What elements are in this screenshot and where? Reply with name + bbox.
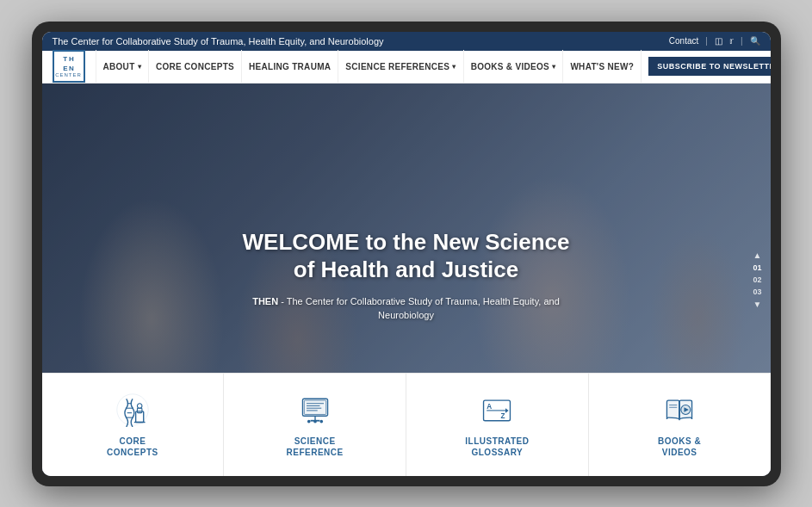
twitter-icon[interactable]: 𝕣: [729, 36, 734, 46]
science-reference-label: SCIENCE REFERENCE: [287, 436, 344, 458]
nav-bar: T H E N CENTER ABOUT ▾ CORE CONCEPTS HEA…: [42, 51, 771, 83]
scroll-down-arrow[interactable]: ▼: [753, 300, 762, 309]
science-arrow: ▾: [452, 63, 456, 71]
svg-marker-22: [505, 408, 509, 412]
logo-grid: T H E N: [63, 55, 74, 72]
svg-point-17: [307, 420, 311, 424]
nav-books-videos[interactable]: BOOKS & VIDEOS ▾: [464, 50, 564, 83]
core-concepts-icon: [114, 391, 152, 429]
nav-about[interactable]: ABOUT ▾: [96, 50, 149, 83]
logo[interactable]: T H E N CENTER: [53, 50, 85, 83]
bottom-cards: CORE CONCEPTS: [42, 373, 771, 476]
about-arrow: ▾: [138, 63, 141, 71]
svg-point-7: [137, 404, 141, 408]
site-tagline: The Center for Collaborative Study of Tr…: [53, 36, 384, 46]
contact-link[interactable]: Contact: [669, 36, 698, 46]
card-illustrated-glossary[interactable]: A Z ILLUSTRATED GLOSSARY: [406, 373, 589, 476]
top-bar-actions: Contact | ◫ 𝕣 | 🔍: [669, 36, 760, 46]
nav-core-concepts[interactable]: CORE CONCEPTS: [149, 50, 242, 83]
books-arrow: ▾: [552, 63, 555, 71]
scroll-indicator-2[interactable]: 02: [753, 275, 761, 284]
illustrated-glossary-icon: A Z: [478, 391, 516, 429]
logo-e: E: [63, 65, 68, 73]
hero-subtitle-text: - The Center for Collaborative Study of …: [278, 295, 560, 320]
device-frame: The Center for Collaborative Study of Tr…: [32, 22, 781, 486]
nav-science-references[interactable]: SCIENCE REFERENCES ▾: [338, 50, 463, 83]
scroll-up-arrow[interactable]: ▲: [753, 250, 762, 260]
divider2: |: [741, 36, 743, 46]
search-icon[interactable]: 🔍: [750, 36, 760, 46]
svg-rect-10: [304, 400, 325, 414]
svg-text:A: A: [487, 403, 493, 411]
instagram-icon[interactable]: ◫: [715, 36, 722, 46]
books-videos-icon: [660, 391, 698, 429]
nav-whats-new[interactable]: WHAT'S NEW?: [563, 50, 642, 83]
hero-subtitle: THEN - The Center for Collaborative Stud…: [243, 294, 570, 322]
illustrated-glossary-label: ILLUSTRATED GLOSSARY: [465, 436, 529, 458]
browser-window: The Center for Collaborative Study of Tr…: [42, 32, 771, 476]
subscribe-button[interactable]: SUBSCRIBE TO NEWSLETTER: [648, 57, 770, 76]
hero-section: WELCOME to the New Science of Health and…: [42, 83, 771, 476]
svg-text:Z: Z: [501, 412, 505, 420]
nav-healing-trauma[interactable]: HEALING TRAUMA: [242, 50, 338, 83]
scroll-indicators: ▲ 01 02 03 ▼: [753, 250, 761, 309]
svg-point-19: [319, 420, 323, 424]
top-bar: The Center for Collaborative Study of Tr…: [42, 32, 771, 51]
nav-links: ABOUT ▾ CORE CONCEPTS HEALING TRAUMA SCI…: [96, 50, 642, 83]
logo-h: H: [69, 55, 74, 64]
card-science-reference[interactable]: SCIENCE REFERENCE: [224, 373, 406, 476]
svg-rect-6: [137, 408, 141, 412]
logo-t: T: [63, 55, 68, 64]
scroll-indicator-1[interactable]: 01: [753, 263, 761, 272]
books-videos-label: BOOKS & VIDEOS: [658, 436, 701, 458]
hero-brand: THEN: [252, 295, 278, 306]
scroll-indicator-3[interactable]: 03: [753, 288, 761, 296]
svg-point-18: [313, 420, 317, 424]
logo-sub: CENTER: [55, 72, 82, 77]
science-reference-icon: [296, 391, 334, 429]
logo-n: N: [69, 65, 74, 73]
core-concepts-label: CORE CONCEPTS: [107, 436, 158, 458]
hero-content: WELCOME to the New Science of Health and…: [243, 227, 570, 322]
divider: |: [705, 36, 708, 46]
card-core-concepts[interactable]: CORE CONCEPTS: [42, 373, 225, 476]
card-books-videos[interactable]: BOOKS & VIDEOS: [589, 373, 771, 476]
hero-title: WELCOME to the New Science of Health and…: [243, 227, 570, 283]
